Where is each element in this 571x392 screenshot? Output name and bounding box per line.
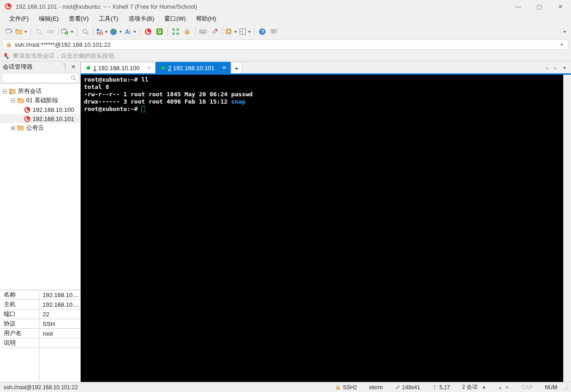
tab-list-dropdown-icon[interactable]: ▼	[563, 66, 566, 70]
property-key: 名称	[0, 291, 39, 299]
property-key: 协议	[0, 320, 39, 328]
new-tab-button[interactable]: +	[231, 62, 242, 73]
status-session-count[interactable]: 2 会话 ▲	[462, 383, 486, 391]
feedback-button[interactable]	[268, 26, 279, 37]
help-button[interactable]: ?	[257, 26, 268, 37]
virtual-keyboard-button[interactable]	[198, 26, 209, 37]
tab-bar: 1 192.168.10.100 ✕ 2 192.168.10.101 ✕ + …	[81, 61, 571, 73]
menu-tools[interactable]: 工具(T)	[94, 13, 123, 24]
scroll-down-icon[interactable]: ▼	[504, 385, 510, 390]
status-caps-lock: CAP	[521, 384, 533, 391]
fullscreen-button[interactable]	[170, 26, 181, 37]
xshell-button[interactable]	[143, 26, 154, 37]
notification-bar: 要添加当前会话，点击左侧的箭头按钮。	[0, 50, 571, 61]
session-search-input[interactable]	[1, 73, 79, 83]
chevron-down-icon: ▼	[234, 30, 238, 34]
tree-item-session-100[interactable]: 192.168.10.100	[0, 105, 80, 114]
fullscreen-icon	[172, 28, 179, 35]
menu-help[interactable]: 帮助(H)	[191, 13, 221, 24]
property-value: root	[39, 330, 80, 337]
folder-icon	[17, 97, 24, 104]
lock-screen-button[interactable]	[182, 26, 193, 37]
connected-dot-icon	[87, 66, 90, 70]
scroll-up-icon[interactable]: ▲	[498, 385, 503, 390]
tab-number: 2	[168, 65, 171, 72]
xftp-button[interactable]: D	[154, 26, 165, 37]
toolbar-separator	[254, 28, 255, 36]
chevron-down-icon[interactable]: ▼	[559, 43, 565, 47]
property-row-description: 说明	[0, 338, 80, 348]
menu-edit[interactable]: 编辑(E)	[34, 13, 63, 24]
resize-icon	[395, 385, 400, 390]
tree-item-folder-01[interactable]: 01 基础阶段	[0, 96, 80, 105]
toolbar-separator	[140, 28, 140, 36]
tab-scroll-left-icon[interactable]: ◄	[544, 66, 549, 71]
encoding-button[interactable]: ▼	[110, 26, 123, 37]
tab-close-icon[interactable]: ✕	[222, 65, 227, 71]
property-key: 用户名	[0, 329, 39, 337]
tree-item-label[interactable]: 所有会话	[18, 87, 42, 95]
toolbar-separator	[222, 28, 223, 36]
maximize-button[interactable]: ▢	[529, 0, 550, 13]
tab-close-icon[interactable]: ✕	[147, 65, 151, 71]
tree-item-all-sessions[interactable]: 所有会话	[0, 87, 80, 96]
tree-item-folder-cloud[interactable]: 公有云	[0, 123, 80, 133]
property-value: SSH	[39, 320, 80, 327]
minimize-button[interactable]: —	[508, 0, 529, 13]
tab-session-101[interactable]: 2 192.168.10.101 ✕	[155, 62, 230, 73]
toolbar-separator	[58, 28, 59, 36]
status-size-label: 148x41	[402, 384, 420, 391]
tree-item-session-101[interactable]: 192.168.10.101	[0, 114, 80, 123]
reconnect-button[interactable]	[45, 26, 56, 37]
chevron-down-icon: ▼	[119, 30, 122, 34]
terminal-cursor	[141, 106, 145, 112]
menu-tabs[interactable]: 选项卡(B)	[124, 13, 159, 24]
terminal-prompt: root@xubuntu:~#	[84, 76, 141, 83]
lock-icon	[335, 385, 341, 390]
close-button[interactable]: ✕	[550, 0, 571, 13]
menu-window[interactable]: 窗口(W)	[160, 13, 190, 24]
collapse-icon[interactable]	[11, 99, 15, 103]
tree-item-label[interactable]: 192.168.10.100	[33, 106, 74, 113]
tree-item-label[interactable]: 公有云	[26, 124, 44, 132]
resize-grip-icon[interactable]	[563, 384, 569, 391]
title-bar: 192.168.10.101 - root@xubuntu: ~ - Xshel…	[0, 0, 571, 13]
terminal-line: -rw-r--r-- 1 root root 1845 May 20 06:24…	[84, 91, 253, 98]
pin-icon[interactable]: ⏋	[61, 64, 69, 70]
status-cursor-position: 5,17	[432, 384, 450, 391]
lock-icon	[6, 42, 12, 48]
folder-icon	[17, 124, 24, 132]
collapse-icon[interactable]	[3, 89, 7, 94]
terminal-scrollbar[interactable]	[563, 75, 571, 382]
new-session-button[interactable]	[4, 26, 15, 37]
session-count-label: 2 会话	[462, 383, 477, 391]
address-url[interactable]: ssh://root:******@192.168.10.101:22	[15, 41, 559, 48]
close-panel-icon[interactable]: ✕	[69, 64, 78, 70]
toolbar-overflow-button[interactable]: ▼	[560, 30, 569, 34]
tree-item-label[interactable]: 01 基础阶段	[26, 96, 58, 105]
font-button[interactable]: A A ▼	[124, 26, 138, 37]
session-search	[0, 72, 80, 83]
open-session-button[interactable]: ▼	[15, 26, 28, 37]
menu-view[interactable]: 查看(V)	[64, 13, 93, 24]
new-tab-button-toolbar[interactable]: ▼	[225, 26, 238, 37]
tile-layout-icon	[239, 28, 246, 35]
address-input[interactable]: ssh://root:******@192.168.10.101:22 ▼	[3, 39, 568, 50]
compose-pane-button[interactable]: ▼	[96, 26, 109, 37]
help-icon: ?	[259, 28, 266, 35]
lock-screen-icon	[184, 28, 190, 35]
tab-session-100[interactable]: 1 192.168.10.100 ✕	[81, 62, 155, 73]
find-button[interactable]	[80, 26, 91, 37]
expand-icon[interactable]	[11, 126, 15, 130]
menu-file[interactable]: 文件(F)	[5, 13, 33, 24]
session-properties-button[interactable]: ▼	[61, 26, 75, 37]
tree-item-label[interactable]: 192.168.10.101	[33, 116, 74, 122]
disconnect-button[interactable]	[33, 26, 44, 37]
status-bar: ssh://root@192.168.10.101:22 SSH2 xterm …	[0, 382, 571, 392]
terminal-screen[interactable]: root@xubuntu:~# ll total 8 -rw-r--r-- 1 …	[81, 75, 563, 382]
chevron-down-icon: ▼	[70, 30, 74, 34]
tile-layout-button[interactable]: ▼	[239, 26, 252, 37]
tab-scroll-right-icon[interactable]: ►	[554, 66, 558, 71]
property-key: 说明	[0, 339, 39, 347]
highlight-pen-button[interactable]	[209, 26, 220, 37]
